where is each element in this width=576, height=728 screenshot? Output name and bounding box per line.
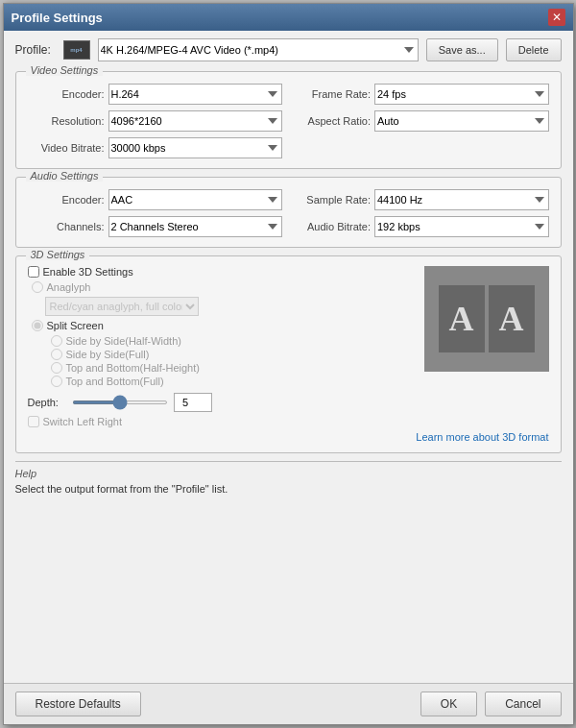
split-screen-radio[interactable]: [32, 320, 43, 331]
aspect-ratio-label: Aspect Ratio:: [294, 115, 371, 127]
aspect-ratio-row: Aspect Ratio: Auto: [294, 110, 549, 132]
ok-button[interactable]: OK: [420, 692, 477, 716]
split-screen-radio-row: Split Screen: [28, 320, 413, 331]
dialog-footer: Restore Defaults OK Cancel: [4, 683, 573, 724]
profile-icon: mp4: [63, 40, 90, 60]
anaglyph-radio[interactable]: [32, 281, 43, 293]
title-bar: Profile Settings ✕: [4, 4, 573, 31]
dialog-title: Profile Settings: [12, 11, 103, 25]
side-by-side-full-label: Side by Side(Full): [66, 349, 150, 360]
aa-box-right: A: [489, 285, 535, 352]
audio-settings-legend: Audio Settings: [26, 170, 104, 182]
side-by-side-full-radio[interactable]: [51, 349, 62, 360]
video-settings-section: Video Settings Encoder: H.264 Frame Rate…: [15, 71, 562, 169]
delete-button[interactable]: Delete: [506, 38, 562, 61]
aa-preview: A A: [439, 285, 535, 352]
switch-left-right-row: Switch Left Right: [28, 416, 413, 427]
frame-rate-select[interactable]: 24 fps: [374, 84, 549, 105]
depth-label: Depth:: [28, 397, 66, 408]
profile-select[interactable]: 4K H.264/MPEG-4 AVC Video (*.mp4): [98, 38, 419, 61]
top-bottom-full-row: Top and Bottom(Full): [47, 376, 413, 387]
top-bottom-half-row: Top and Bottom(Half-Height): [47, 362, 413, 374]
sample-rate-row: Sample Rate: 44100 Hz: [294, 189, 549, 210]
anaglyph-select-row: Red/cyan anaglyph, full color: [28, 297, 413, 316]
switch-left-right-label: Switch Left Right: [43, 416, 123, 427]
aspect-ratio-select[interactable]: Auto: [374, 110, 549, 132]
split-screen-label: Split Screen: [47, 320, 104, 331]
channels-label: Channels:: [28, 221, 105, 232]
anaglyph-select[interactable]: Red/cyan anaglyph, full color: [45, 297, 199, 316]
anaglyph-label: Anaglyph: [47, 281, 91, 293]
video-bitrate-row: Video Bitrate: 30000 kbps: [28, 137, 283, 158]
switch-left-right-checkbox[interactable]: [28, 416, 39, 427]
profile-settings-dialog: Profile Settings ✕ Profile: mp4 4K H.264…: [3, 3, 574, 725]
video-settings-legend: Video Settings: [26, 64, 104, 76]
audio-settings-section: Audio Settings Encoder: AAC Sample Rate:…: [15, 177, 562, 248]
help-title: Help: [15, 468, 562, 479]
frame-rate-row: Frame Rate: 24 fps: [294, 84, 549, 105]
close-button[interactable]: ✕: [548, 9, 565, 26]
side-by-side-half-row: Side by Side(Half-Width): [47, 335, 413, 347]
audio-bitrate-label: Audio Bitrate:: [294, 221, 371, 232]
encoder-label: Encoder:: [28, 88, 105, 100]
resolution-label: Resolution:: [28, 115, 105, 127]
audio-bitrate-select[interactable]: 192 kbps: [374, 216, 549, 237]
video-bitrate-select[interactable]: 30000 kbps: [108, 137, 283, 158]
help-text: Select the output format from the "Profi…: [15, 483, 562, 495]
top-bottom-full-label: Top and Bottom(Full): [66, 376, 164, 387]
audio-encoder-label: Encoder:: [28, 194, 105, 206]
depth-spinbox[interactable]: [174, 393, 212, 412]
depth-row: Depth:: [28, 393, 413, 412]
channels-select[interactable]: 2 Channels Stereo: [108, 216, 283, 237]
audio-encoder-select[interactable]: AAC: [108, 189, 283, 210]
dialog-content: Profile: mp4 4K H.264/MPEG-4 AVC Video (…: [4, 31, 573, 683]
enable-3d-checkbox[interactable]: [28, 266, 39, 278]
profile-row: Profile: mp4 4K H.264/MPEG-4 AVC Video (…: [15, 38, 562, 61]
top-bottom-half-label: Top and Bottom(Half-Height): [66, 362, 200, 374]
enable-3d-row: Enable 3D Settings: [28, 266, 413, 278]
sub-radio-group: Side by Side(Half-Width) Side by Side(Fu…: [28, 335, 413, 387]
encoder-row: Encoder: H.264: [28, 84, 283, 105]
sample-rate-label: Sample Rate:: [294, 194, 371, 206]
resolution-select[interactable]: 4096*2160: [108, 110, 283, 132]
channels-row: Channels: 2 Channels Stereo: [28, 216, 283, 237]
top-bottom-half-radio[interactable]: [51, 362, 62, 374]
aa-box-left: A: [439, 285, 485, 352]
help-section: Help Select the output format from the "…: [15, 461, 562, 495]
frame-rate-label: Frame Rate:: [294, 88, 371, 100]
enable-3d-label: Enable 3D Settings: [43, 266, 133, 278]
3d-settings-left: Enable 3D Settings Anaglyph Red/cyan ana…: [28, 266, 413, 427]
side-by-side-half-label: Side by Side(Half-Width): [66, 335, 181, 347]
side-by-side-half-radio[interactable]: [51, 335, 62, 347]
anaglyph-radio-row: Anaglyph: [28, 281, 413, 293]
encoder-select[interactable]: H.264: [108, 84, 283, 105]
learn-more-link[interactable]: Learn more about 3D format: [28, 431, 549, 443]
video-bitrate-label: Video Bitrate:: [28, 142, 105, 154]
3d-settings-legend: 3D Settings: [26, 249, 90, 260]
3d-preview: A A: [424, 266, 549, 372]
audio-bitrate-row: Audio Bitrate: 192 kbps: [294, 216, 549, 237]
save-as-button[interactable]: Save as...: [426, 38, 498, 61]
side-by-side-full-row: Side by Side(Full): [47, 349, 413, 360]
depth-slider[interactable]: [72, 400, 168, 404]
restore-defaults-button[interactable]: Restore Defaults: [15, 692, 141, 716]
footer-right-buttons: OK Cancel: [420, 692, 562, 716]
sample-rate-select[interactable]: 44100 Hz: [374, 189, 549, 210]
top-bottom-full-radio[interactable]: [51, 376, 62, 387]
resolution-row: Resolution: 4096*2160: [28, 110, 283, 132]
cancel-button[interactable]: Cancel: [485, 692, 561, 716]
audio-encoder-row: Encoder: AAC: [28, 189, 283, 210]
3d-settings-section: 3D Settings Enable 3D Settings Anaglyph: [15, 255, 562, 453]
profile-label: Profile:: [15, 43, 56, 57]
3d-settings-content: Enable 3D Settings Anaglyph Red/cyan ana…: [28, 266, 549, 427]
